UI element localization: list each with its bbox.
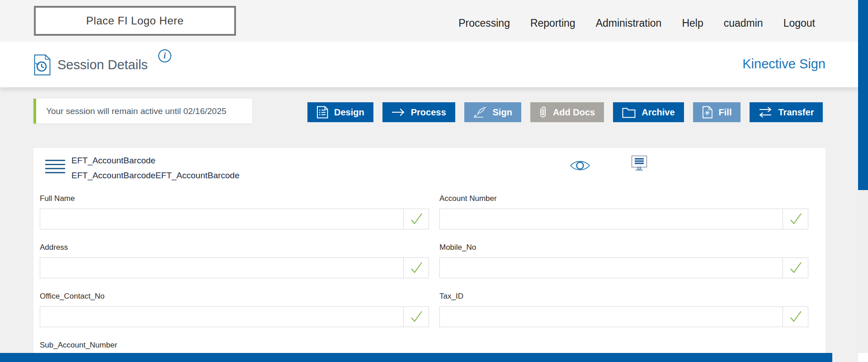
field-office-contact-no: Office_Contact_No [40,292,429,327]
fill-document-icon [702,106,713,119]
mobile-no-input[interactable] [440,258,783,278]
action-toolbar: Design Process Sign [307,102,823,122]
nav-processing[interactable]: Processing [458,17,510,29]
vertical-scrollbar-thumb[interactable] [858,0,868,190]
field-mobile-no: Mobile_No [439,243,808,278]
transfer-arrows-icon [759,107,772,118]
input-group [439,209,808,229]
horizontal-scrollbar-thumb[interactable] [0,353,832,362]
fi-logo-placeholder: Place FI Logo Here [34,6,236,36]
field-label: Tax_ID [439,292,808,301]
preview-toggle[interactable] [570,159,590,174]
sign-button[interactable]: Sign [464,102,521,122]
field-status-cell [403,307,429,327]
document-card-header: EFT_AccountBarcode EFT_AccountBarcodeEFT… [33,148,826,193]
form-fields: Full Name Address [33,193,826,362]
page-header-row: Session Details i Kinective Sign [0,42,858,87]
content-area: Your session will remain active until 02… [0,87,858,362]
drag-handle-icon[interactable] [45,160,65,176]
transfer-button[interactable]: Transfer [750,102,823,122]
address-input[interactable] [40,258,403,278]
process-button[interactable]: Process [382,102,455,122]
field-status-cell [783,258,808,278]
input-group [439,306,808,327]
product-name: Kinective Sign [742,57,826,71]
fill-button-label: Fill [719,107,732,118]
field-status-cell [403,258,429,278]
nav-help[interactable]: Help [682,17,703,29]
field-label: Account Number [439,194,808,203]
process-button-label: Process [411,107,446,118]
archive-button-label: Archive [642,107,675,118]
page-heading: Session Details i [34,48,171,81]
check-icon [789,261,802,275]
field-label: Mobile_No [439,243,808,252]
add-docs-button[interactable]: Add Docs [530,102,604,122]
fill-button[interactable]: Fill [693,102,741,122]
field-address: Address [40,243,429,278]
add-docs-button-label: Add Docs [553,107,595,118]
sign-button-label: Sign [493,107,512,118]
vertical-scrollbar-track[interactable] [858,0,868,362]
nav-user-cuadmin[interactable]: cuadmin [724,17,763,29]
input-group [439,257,808,278]
field-full-name: Full Name [40,194,429,229]
eye-icon [570,159,590,172]
field-status-cell [783,209,808,229]
check-icon [410,212,423,226]
paperclip-icon [539,105,547,119]
document-card: EFT_AccountBarcode EFT_AccountBarcodeEFT… [33,148,826,362]
nav-logout[interactable]: Logout [783,17,815,29]
field-account-number: Account Number [439,194,808,229]
field-label: Office_Contact_No [40,292,429,301]
account-number-input[interactable] [440,209,783,229]
session-notice-text: Your session will remain active until 02… [46,106,226,116]
field-label: Address [40,243,429,252]
check-icon [789,212,802,226]
scrollbar-corner [858,353,868,362]
main-nav: Processing Reporting Administration Help… [458,0,815,42]
document-title: EFT_AccountBarcode EFT_AccountBarcodeEFT… [71,153,240,183]
field-status-cell [783,307,808,327]
input-group [40,306,429,327]
signature-icon [473,107,487,118]
input-group [40,209,429,229]
tax-id-input[interactable] [440,307,783,327]
display-view-button[interactable] [631,155,647,172]
field-tax-id: Tax_ID [439,292,808,327]
office-contact-no-input[interactable] [40,307,403,327]
check-icon [789,310,802,324]
nav-administration[interactable]: Administration [596,17,662,29]
session-notice: Your session will remain active until 02… [33,99,252,124]
field-label: Full Name [40,194,429,203]
archive-button[interactable]: Archive [613,102,684,122]
top-nav-bar: Place FI Logo Here Processing Reporting … [0,0,858,42]
info-icon[interactable]: i [158,49,171,62]
session-history-icon [34,54,51,76]
check-icon [410,310,423,324]
design-button[interactable]: Design [307,102,373,122]
field-label: Sub_Account_Number [40,341,429,350]
folder-icon [622,106,636,118]
document-title-line1: EFT_AccountBarcode [71,153,240,168]
form-column-left: Full Name Address [40,194,429,362]
monitor-icon [631,155,647,171]
form-icon [316,106,328,119]
full-name-input[interactable] [40,209,403,229]
kinective-sign-app: Place FI Logo Here Processing Reporting … [0,0,868,362]
document-title-line2: EFT_AccountBarcodeEFT_AccountBarcode [71,168,240,183]
check-icon [410,261,423,275]
field-status-cell [403,209,429,229]
design-button-label: Design [334,107,364,118]
transfer-button-label: Transfer [778,107,814,118]
nav-reporting[interactable]: Reporting [530,17,576,29]
page-title: Session Details [57,57,148,72]
fi-logo-text: Place FI Logo Here [86,14,184,27]
arrow-right-icon [392,108,405,117]
input-group [40,257,429,278]
form-column-right: Account Number Mobile_No [439,194,808,362]
